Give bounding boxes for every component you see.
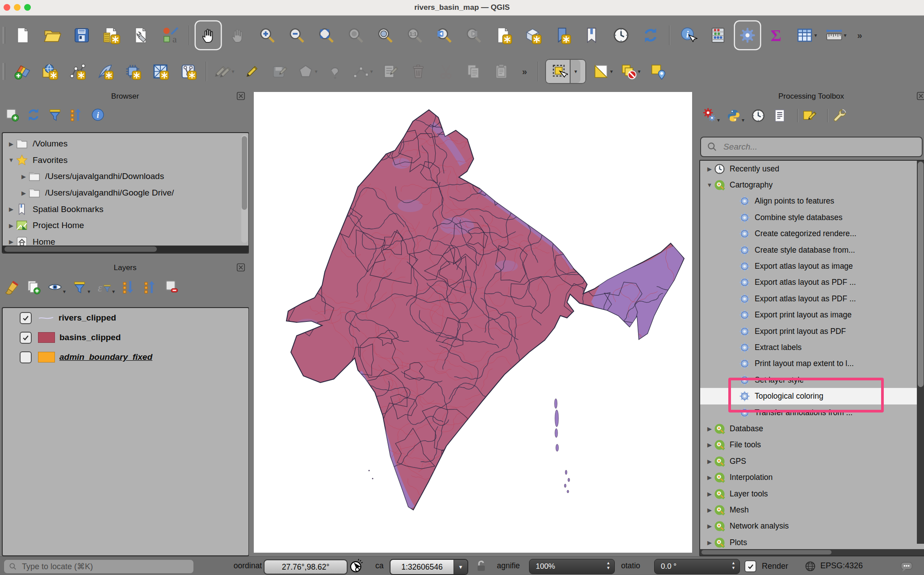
new-geopackage-layer-button[interactable] bbox=[38, 59, 61, 84]
dropdown-arrow-icon[interactable]: ▾ bbox=[370, 68, 373, 75]
dropdown-arrow-icon[interactable]: ▾ bbox=[844, 32, 846, 38]
refresh-map-button[interactable] bbox=[638, 21, 663, 49]
deselect-all-button[interactable]: ▾ bbox=[619, 59, 642, 84]
toolbox-algorithm[interactable]: Export print layout as PDF bbox=[700, 323, 917, 339]
dropdown-arrow-icon[interactable]: ▾ bbox=[814, 32, 817, 38]
layer-styling-button[interactable] bbox=[4, 279, 20, 295]
filter-browser-button[interactable] bbox=[47, 107, 63, 122]
horizontal-scrollbar[interactable] bbox=[700, 549, 924, 555]
browser-item[interactable]: ▶/Volumes bbox=[3, 136, 240, 152]
log-viewer-button[interactable] bbox=[772, 108, 787, 123]
chevron-right-icon[interactable]: ▶ bbox=[7, 206, 15, 212]
collapse-all-layers-button[interactable] bbox=[143, 279, 158, 295]
filter-legend-button[interactable]: ▾ bbox=[72, 279, 90, 295]
extent-toggle-icon[interactable] bbox=[349, 558, 365, 574]
dropdown-arrow-icon[interactable]: ▾ bbox=[610, 68, 613, 75]
refresh-browser-button[interactable] bbox=[26, 107, 41, 122]
dropdown-arrow-icon[interactable]: ▾ bbox=[742, 117, 744, 123]
toolbar-overflow-button[interactable]: » bbox=[518, 59, 531, 84]
copy-features-button[interactable] bbox=[462, 59, 485, 84]
select-features-button[interactable]: ▾ bbox=[545, 59, 586, 84]
browser-item[interactable]: ▶Spatial Bookmarks bbox=[3, 201, 240, 217]
toolbox-algorithm[interactable]: Export print layout as image bbox=[700, 307, 917, 323]
chevron-right-icon[interactable]: ▶ bbox=[7, 141, 15, 147]
collapse-all-button[interactable] bbox=[69, 107, 84, 122]
invert-selection-button[interactable]: ▾ bbox=[592, 59, 614, 84]
toolbox-group[interactable]: ▶Plots bbox=[700, 534, 917, 550]
zoom-full-extent-button[interactable] bbox=[314, 21, 339, 49]
vertical-scrollbar[interactable] bbox=[241, 135, 248, 243]
vertical-scrollbar[interactable] bbox=[917, 161, 924, 544]
options-wrench-button[interactable] bbox=[832, 108, 847, 123]
filter-expression-button[interactable]: ε▾ bbox=[97, 279, 115, 295]
chevron-right-icon[interactable]: ▶ bbox=[706, 539, 714, 546]
zoom-next-button[interactable] bbox=[461, 21, 486, 49]
scale-dropdown-icon[interactable]: ▼ bbox=[454, 560, 467, 574]
select-features-dropdown[interactable]: ▾ bbox=[570, 60, 580, 83]
dropdown-arrow-icon[interactable]: ▾ bbox=[315, 68, 317, 75]
cut-features-button[interactable] bbox=[435, 59, 457, 84]
modify-attributes-button[interactable] bbox=[379, 59, 402, 84]
new-mesh-layer-button[interactable] bbox=[177, 59, 199, 84]
toolbox-algorithm[interactable]: Export atlas layout as PDF ... bbox=[700, 275, 917, 291]
rotation-spinner[interactable]: 0.0 ° ▲▼ bbox=[654, 559, 740, 574]
measure-line-button[interactable]: ▾ bbox=[823, 21, 848, 49]
toolbar-grip[interactable] bbox=[3, 27, 5, 44]
layer-visibility-checkbox[interactable] bbox=[20, 312, 32, 324]
history-clock-button[interactable] bbox=[751, 108, 766, 123]
dropdown-arrow-icon[interactable]: ▾ bbox=[638, 68, 640, 75]
toolbox-algorithm[interactable]: Print layout map extent to l... bbox=[700, 356, 917, 372]
browser-close-icon[interactable] bbox=[236, 91, 246, 101]
dropdown-arrow-icon[interactable]: ▾ bbox=[63, 288, 66, 295]
pan-map-button[interactable] bbox=[196, 21, 221, 49]
horizontal-scrollbar[interactable] bbox=[3, 246, 248, 253]
browser-item[interactable]: ▶Project Home bbox=[3, 217, 240, 234]
toolbox-algorithm[interactable]: Align points to features bbox=[700, 193, 917, 209]
new-3d-map-view-button[interactable] bbox=[520, 21, 545, 49]
layer-row[interactable]: basins_clipped bbox=[3, 328, 248, 347]
zoom-last-button[interactable] bbox=[432, 21, 457, 49]
layers-close-icon[interactable] bbox=[236, 262, 246, 272]
edit-features-in-place-button[interactable] bbox=[802, 108, 817, 123]
spinner-arrows-icon[interactable]: ▲▼ bbox=[731, 561, 735, 571]
save-project-button[interactable] bbox=[69, 21, 94, 49]
toolbar-grip[interactable] bbox=[3, 63, 5, 80]
chevron-right-icon[interactable]: ▶ bbox=[7, 222, 15, 229]
chevron-right-icon[interactable]: ▶ bbox=[706, 442, 714, 448]
move-feature-button[interactable] bbox=[324, 59, 346, 84]
layer-row[interactable]: admin_boundary_fixed bbox=[3, 347, 248, 367]
chevron-right-icon[interactable]: ▶ bbox=[20, 190, 28, 196]
add-group-button[interactable] bbox=[26, 279, 41, 295]
toolbox-search-input[interactable] bbox=[722, 142, 894, 152]
toolbox-group[interactable]: ▶GPS bbox=[700, 453, 917, 469]
toolbox-group[interactable]: ▶Recently used bbox=[700, 161, 917, 177]
chevron-down-icon[interactable]: ▼ bbox=[706, 182, 714, 188]
zoom-in-button[interactable] bbox=[255, 21, 280, 49]
identify-features-button[interactable]: i bbox=[676, 21, 701, 49]
toolbox-algorithm[interactable]: Create style database from... bbox=[700, 242, 917, 258]
zoom-out-button[interactable] bbox=[284, 21, 309, 49]
processing-toolbox-button[interactable] bbox=[735, 21, 760, 49]
toolbox-algorithm[interactable]: Create categorized rendere... bbox=[700, 226, 917, 242]
new-print-layout-button[interactable] bbox=[99, 21, 124, 49]
new-map-view-button[interactable] bbox=[491, 21, 516, 49]
browser-item[interactable]: ▼Favorites bbox=[3, 152, 240, 169]
add-selected-layer-button[interactable] bbox=[4, 107, 20, 122]
attribute-table-button[interactable]: ▾ bbox=[794, 21, 819, 49]
chevron-right-icon[interactable]: ▶ bbox=[706, 474, 714, 481]
dropdown-arrow-icon[interactable]: ▾ bbox=[88, 288, 90, 295]
delete-selected-button[interactable] bbox=[407, 59, 429, 84]
chevron-down-icon[interactable]: ▼ bbox=[7, 157, 15, 163]
chevron-right-icon[interactable]: ▶ bbox=[706, 458, 714, 465]
zoom-to-selection-button[interactable] bbox=[343, 21, 368, 49]
spinner-arrows-icon[interactable]: ▲▼ bbox=[606, 561, 610, 571]
toggle-editing-button[interactable] bbox=[241, 59, 263, 84]
paste-features-button[interactable] bbox=[490, 59, 512, 84]
scale-combobox[interactable]: 1:32606546 ▼ bbox=[390, 559, 468, 575]
dropdown-arrow-icon[interactable]: ▾ bbox=[112, 288, 115, 295]
vertex-tool-button[interactable]: ▾ bbox=[352, 59, 374, 84]
new-virtual-layer-button[interactable] bbox=[149, 59, 172, 84]
new-spatial-bookmark-button[interactable] bbox=[550, 21, 575, 49]
chevron-right-icon[interactable]: ▶ bbox=[706, 523, 714, 529]
select-by-location-button[interactable] bbox=[647, 59, 669, 84]
